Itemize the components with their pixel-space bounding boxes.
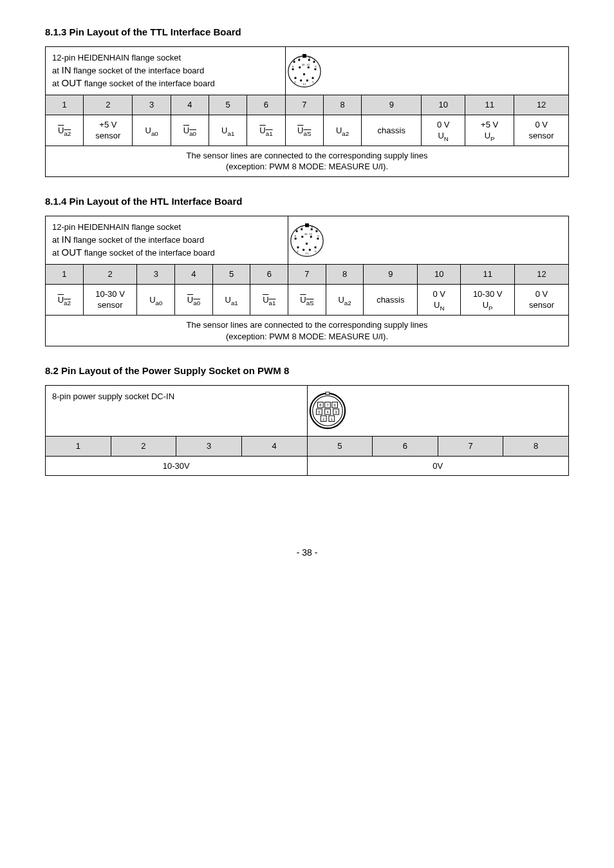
connector-8pin-icon: 876 543 21 <box>308 391 348 431</box>
htl-note: The sensor lines are connected to the co… <box>46 315 569 346</box>
svg-text:1: 1 <box>330 417 332 421</box>
svg-text:11: 11 <box>302 82 306 86</box>
pw-h6: 6 <box>373 437 438 457</box>
svg-text:11: 11 <box>306 252 309 256</box>
power-header-row: 1 2 3 4 5 6 7 8 <box>46 437 569 457</box>
section-htl: 8.1.4 Pin Layout of the HTL Interface Bo… <box>45 195 569 346</box>
svg-text:7: 7 <box>316 227 318 231</box>
power-left: 10-30V <box>46 456 308 476</box>
htl-connector-cell: 1287 39 1012 4115 <box>288 216 569 265</box>
svg-text:12: 12 <box>306 64 310 67</box>
section-ttl: 8.1.3 Pin Layout of the TTL Interface Bo… <box>45 26 569 177</box>
htl-hdr-6: 6 <box>250 265 288 285</box>
ttl-c10: 0 V UN <box>422 115 465 146</box>
htl-hdr-11: 11 <box>461 265 515 285</box>
page-number: - 38 - <box>45 547 569 559</box>
htl-c7: UaS <box>288 284 326 315</box>
svg-rect-32 <box>295 238 297 240</box>
svg-text:9: 9 <box>317 234 319 238</box>
ttl-c3: Ua0 <box>133 115 171 146</box>
svg-rect-11 <box>300 80 302 82</box>
pw-h3: 3 <box>176 437 242 457</box>
htl-header-row: 1 2 3 4 5 6 7 8 9 10 11 12 <box>46 265 569 285</box>
htl-socket-line1: 12-pin HEIDENHAIN flange socket <box>52 222 281 233</box>
svg-rect-8 <box>307 66 309 68</box>
ttl-header-row: 1 2 3 4 5 6 7 8 9 10 11 12 <box>46 95 569 115</box>
svg-text:10: 10 <box>304 233 308 236</box>
htl-c11: 10-30 V UP <box>461 284 515 315</box>
ttl-hdr-6: 6 <box>247 95 285 115</box>
htl-c12: 0 Vsensor <box>515 284 569 315</box>
htl-hdr-10: 10 <box>418 265 461 285</box>
power-data-row: 10-30V 0V <box>46 456 569 476</box>
htl-hdr-9: 9 <box>364 265 418 285</box>
htl-socket-line3: at OUT flange socket of the interface bo… <box>52 246 281 259</box>
htl-c5: Ua1 <box>212 284 250 315</box>
svg-rect-7 <box>299 66 301 68</box>
ttl-data-row: Ua2 +5 Vsensor Ua0 Ua0 Ua1 Ua1 UaS Ua2 c… <box>46 115 569 146</box>
ttl-hdr-2: 2 <box>84 95 133 115</box>
pw-h8: 8 <box>503 437 569 457</box>
ttl-hdr-5: 5 <box>209 95 247 115</box>
svg-text:5: 5 <box>315 250 317 254</box>
htl-c8: Ua2 <box>326 284 364 315</box>
svg-text:4: 4 <box>326 410 329 414</box>
htl-c9: chassis <box>364 284 418 315</box>
svg-rect-2 <box>293 61 295 63</box>
svg-rect-28 <box>296 231 298 232</box>
ttl-hdr-12: 12 <box>514 95 569 115</box>
ttl-hdr-10: 10 <box>422 95 465 115</box>
ttl-c7: UaS <box>285 115 323 146</box>
connector-12pin-icon: 1287 39 1012 4115 <box>288 222 326 259</box>
svg-text:10: 10 <box>301 64 304 67</box>
svg-rect-38 <box>309 249 311 251</box>
ttl-title: 8.1.3 Pin Layout of the TTL Interface Bo… <box>45 26 569 39</box>
svg-text:2: 2 <box>322 417 324 421</box>
htl-socket-desc: 12-pin HEIDENHAIN flange socket at IN fl… <box>46 216 288 265</box>
htl-c4: Ua0 <box>175 284 213 315</box>
svg-rect-29 <box>301 229 302 231</box>
htl-hdr-7: 7 <box>288 265 326 285</box>
ttl-hdr-3: 3 <box>133 95 171 115</box>
ttl-c4: Ua0 <box>171 115 209 146</box>
svg-text:3: 3 <box>292 65 293 68</box>
htl-data-row: Ua2 10-30 Vsensor Ua0 Ua0 Ua1 Ua1 UaS Ua… <box>46 284 569 315</box>
htl-c2: 10-30 Vsensor <box>83 284 137 315</box>
svg-text:5: 5 <box>318 410 320 414</box>
svg-rect-10 <box>294 77 296 79</box>
svg-rect-54 <box>326 392 330 395</box>
ttl-socket-line2: at IN flange socket of the interface boa… <box>52 64 279 77</box>
section-power: 8.2 Pin Layout of the Power Supply Socke… <box>45 364 569 476</box>
ttl-hdr-8: 8 <box>323 95 361 115</box>
power-connector-cell: 876 543 21 <box>307 386 569 437</box>
svg-text:8: 8 <box>308 56 310 59</box>
svg-rect-40 <box>306 243 308 245</box>
pw-h1: 1 <box>46 437 111 457</box>
ttl-socket-line1: 12-pin HEIDENHAIN flange socket <box>52 52 279 64</box>
pw-h2: 2 <box>111 437 176 457</box>
ttl-c1: Ua2 <box>46 115 84 146</box>
htl-c3: Ua0 <box>137 284 175 315</box>
pw-h4: 4 <box>241 437 307 457</box>
ttl-c6: Ua1 <box>247 115 285 146</box>
svg-rect-1 <box>302 54 306 58</box>
svg-rect-13 <box>312 77 313 79</box>
svg-rect-39 <box>315 247 317 249</box>
htl-hdr-12: 12 <box>515 265 569 285</box>
svg-text:6: 6 <box>333 404 335 408</box>
svg-rect-37 <box>302 249 304 251</box>
power-right: 0V <box>307 456 569 476</box>
ttl-c12: 0 Vsensor <box>514 115 569 146</box>
ttl-c9: chassis <box>362 115 422 146</box>
connector-12pin-icon: 1287 39 1012 4115 <box>286 52 323 90</box>
htl-table: 12-pin HEIDENHAIN flange socket at IN fl… <box>45 216 569 346</box>
htl-hdr-8: 8 <box>326 265 364 285</box>
pw-h7: 7 <box>438 437 503 457</box>
svg-rect-14 <box>303 73 305 75</box>
svg-rect-33 <box>301 236 303 238</box>
ttl-hdr-1: 1 <box>46 95 84 115</box>
htl-hdr-4: 4 <box>175 265 213 285</box>
svg-rect-3 <box>298 59 300 61</box>
svg-rect-34 <box>310 236 312 238</box>
htl-hdr-2: 2 <box>83 265 137 285</box>
